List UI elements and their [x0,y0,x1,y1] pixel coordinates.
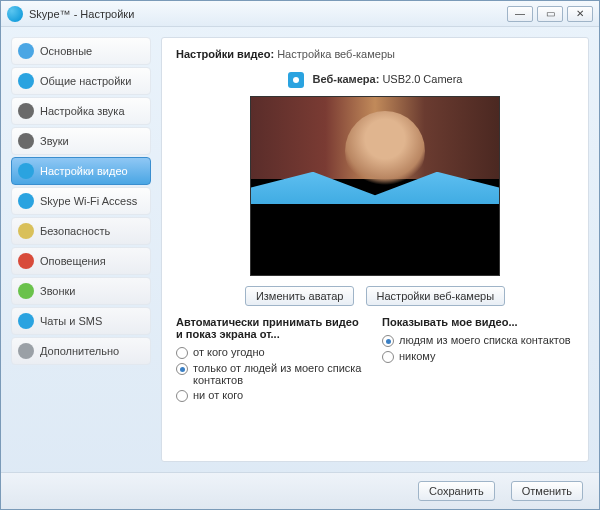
sidebar-item-7[interactable]: Оповещения [11,247,151,275]
save-button[interactable]: Сохранить [418,481,495,501]
receive-video-column: Автоматически принимать видео и показ эк… [176,316,368,405]
sidebar: ОсновныеОбщие настройкиНастройка звукаЗв… [11,37,151,462]
webcam-icon [288,72,304,88]
sidebar-icon [18,223,34,239]
panel-header-bold: Настройки видео: [176,48,274,60]
options-columns: Автоматически принимать видео и показ эк… [176,316,574,405]
sidebar-item-2[interactable]: Настройка звука [11,97,151,125]
receive-option-0[interactable]: от кого угодно [176,346,368,359]
preview-buttons: Изменить аватар Настройки веб-камеры [176,286,574,306]
maximize-button[interactable]: ▭ [537,6,563,22]
sidebar-item-1[interactable]: Общие настройки [11,67,151,95]
video-preview [250,96,500,276]
change-avatar-button[interactable]: Изменить аватар [245,286,355,306]
sidebar-item-label: Чаты и SMS [40,315,102,327]
sidebar-icon [18,313,34,329]
webcam-name: USB2.0 Camera [382,73,462,85]
cancel-button[interactable]: Отменить [511,481,583,501]
show-video-options: людям из моего списка контактовникому [382,334,574,363]
sidebar-icon [18,283,34,299]
sidebar-icon [18,73,34,89]
sidebar-item-label: Общие настройки [40,75,131,87]
radio-label: от кого угодно [193,346,265,358]
show-video-heading: Показывать мое видео... [382,316,574,328]
receive-option-1[interactable]: только от людей из моего списка контакто… [176,362,368,386]
radio-label: только от людей из моего списка контакто… [193,362,368,386]
sidebar-icon [18,133,34,149]
content: ОсновныеОбщие настройкиНастройка звукаЗв… [1,27,599,472]
radio-label: людям из моего списка контактов [399,334,571,346]
sidebar-item-label: Оповещения [40,255,106,267]
sidebar-item-label: Безопасность [40,225,110,237]
sidebar-item-label: Настройка звука [40,105,125,117]
webcam-label: Веб-камера: [313,73,380,85]
sidebar-icon [18,163,34,179]
titlebar[interactable]: Skype™ - Настройки — ▭ ✕ [1,1,599,27]
sidebar-icon [18,193,34,209]
show-option-0[interactable]: людям из моего списка контактов [382,334,574,347]
sidebar-icon [18,343,34,359]
minimize-button[interactable]: — [507,6,533,22]
radio-icon[interactable] [176,347,188,359]
show-video-column: Показывать мое видео... людям из моего с… [382,316,574,405]
sidebar-item-8[interactable]: Звонки [11,277,151,305]
sidebar-item-10[interactable]: Дополнительно [11,337,151,365]
skype-icon [7,6,23,22]
sidebar-icon [18,253,34,269]
show-option-1[interactable]: никому [382,350,574,363]
radio-label: никому [399,350,435,362]
footer: Сохранить Отменить [1,472,599,509]
main-panel: Настройки видео: Настройка веб-камеры Ве… [161,37,589,462]
sidebar-icon [18,43,34,59]
sidebar-item-label: Настройки видео [40,165,128,177]
webcam-line: Веб-камера: USB2.0 Camera [176,72,574,88]
sidebar-item-5[interactable]: Skype Wi-Fi Access [11,187,151,215]
radio-label: ни от кого [193,389,243,401]
close-button[interactable]: ✕ [567,6,593,22]
sidebar-item-label: Звуки [40,135,69,147]
sidebar-item-0[interactable]: Основные [11,37,151,65]
receive-video-heading: Автоматически принимать видео и показ эк… [176,316,368,340]
receive-option-2[interactable]: ни от кого [176,389,368,402]
webcam-settings-button[interactable]: Настройки веб-камеры [366,286,506,306]
sidebar-item-3[interactable]: Звуки [11,127,151,155]
radio-icon[interactable] [382,351,394,363]
sidebar-item-label: Основные [40,45,92,57]
window-title: Skype™ - Настройки [29,8,507,20]
radio-icon[interactable] [382,335,394,347]
sidebar-item-label: Звонки [40,285,76,297]
radio-icon[interactable] [176,363,188,375]
sidebar-item-label: Дополнительно [40,345,119,357]
panel-header: Настройки видео: Настройка веб-камеры [176,48,574,60]
radio-icon[interactable] [176,390,188,402]
settings-window: Skype™ - Настройки — ▭ ✕ ОсновныеОбщие н… [0,0,600,510]
panel-header-rest: Настройка веб-камеры [277,48,395,60]
sidebar-item-4[interactable]: Настройки видео [11,157,151,185]
receive-video-options: от кого угоднотолько от людей из моего с… [176,346,368,402]
sidebar-icon [18,103,34,119]
window-controls: — ▭ ✕ [507,6,593,22]
sidebar-item-label: Skype Wi-Fi Access [40,195,137,207]
sidebar-item-9[interactable]: Чаты и SMS [11,307,151,335]
sidebar-item-6[interactable]: Безопасность [11,217,151,245]
